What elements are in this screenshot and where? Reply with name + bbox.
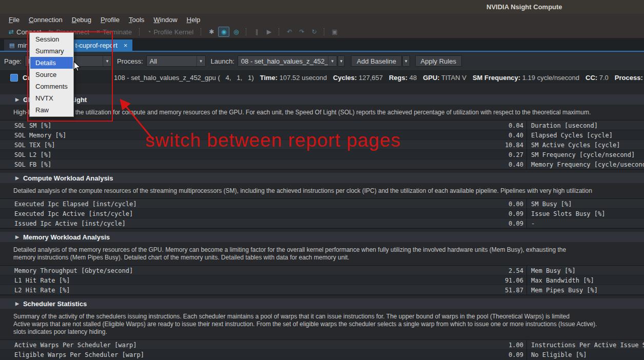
launch-dropdown-button[interactable]: ▾	[338, 55, 345, 67]
next-trigger-icon[interactable]: ▣	[329, 27, 340, 37]
menu-item-session[interactable]: Session	[30, 33, 73, 45]
chevron-down-icon[interactable]: ▾	[328, 56, 337, 66]
kernel-stat-value: 127,657	[359, 74, 383, 82]
kernel-stat: Regs: 48	[389, 74, 417, 82]
metrics-table: SOL SM [%]0.04Duration [usecond]SOL Memo…	[0, 120, 644, 170]
metric-sections-icon[interactable]: ✱	[206, 27, 217, 37]
step-forward-icon[interactable]: ↻	[308, 27, 320, 37]
metric-name: Active Warps Per Scheduler [warp]	[0, 342, 136, 349]
kernel-name: 108 - set_halo_values_z_452_gpu ( 4, 1, …	[114, 74, 253, 82]
metric-name: SOL Memory [%]	[0, 132, 66, 139]
metric-name-right: Duration [usecond]	[527, 122, 644, 129]
table-row: Executed Ipc Elapsed [inst/cycle]0.00SM …	[0, 199, 644, 209]
kernel-select-checkbox[interactable]	[10, 74, 18, 82]
metric-value: 0.09	[509, 351, 526, 358]
toolbar-button-label: Terminate	[103, 28, 132, 36]
description-line: Summary of the activity of the scheduler…	[13, 313, 644, 321]
menu-help[interactable]: Help	[182, 14, 205, 25]
tab-label: min	[17, 42, 28, 49]
process-combo[interactable]: All ▾	[146, 55, 206, 67]
table-row: Issued Ipc Active [inst/cycle]0.09-	[0, 218, 644, 228]
table-row: SOL L2 [%]0.27SM Frequency [cycle/nsecon…	[0, 150, 644, 159]
menu-tools[interactable]: Tools	[124, 14, 149, 25]
metric-cell-left: SOL Memory [%]0.40	[0, 130, 527, 140]
menu-item-raw[interactable]: Raw	[30, 104, 73, 116]
metrics-table: Memory Throughput [Gbyte/second]2.54Mem …	[0, 265, 644, 295]
add-baseline-dropdown-button[interactable]: ▾	[402, 55, 410, 67]
window-title: NVIDIA Nsight Compute	[486, 3, 562, 11]
menu-debug[interactable]: Debug	[67, 14, 96, 25]
menubar: FileConnectionDebugProfileToolsWindowHel…	[0, 14, 644, 26]
profile-kernel-button[interactable]: ◔Profile Kernel	[144, 27, 197, 37]
metric-value: 0.40	[509, 161, 526, 168]
terminate-button[interactable]: ×Terminate	[93, 27, 135, 37]
menu-mnemonic: T	[129, 16, 132, 24]
section-description: Detailed analysis of the memory resource…	[13, 246, 644, 262]
toolbar-separator	[201, 28, 202, 35]
chevron-down-icon[interactable]: ▾	[103, 56, 111, 66]
menu-connection[interactable]: Connection	[24, 14, 67, 25]
step-over-icon[interactable]: ↷	[296, 27, 307, 37]
section-description: High-level overview of the utilization f…	[13, 109, 644, 116]
menu-item-details[interactable]: Details	[30, 57, 73, 69]
menu-mnemonic: H	[187, 16, 191, 24]
menu-item-summary[interactable]: Summary	[30, 45, 73, 57]
description-line: Detailed analysis of the compute resourc…	[13, 187, 644, 195]
titlebar: NVIDIA Nsight Compute	[0, 0, 644, 14]
metric-name-right: SM Busy [%]	[527, 201, 644, 208]
menu-profile[interactable]: Profile	[96, 14, 124, 25]
metric-cell-left: Active Warps Per Scheduler [warp]1.00	[0, 340, 527, 350]
apply-rules-button[interactable]: Apply Rules	[415, 55, 462, 67]
report-tab-icon: ▤	[9, 43, 14, 48]
chevron-down-icon[interactable]: ▾	[197, 56, 205, 66]
table-row: Executed Ipc Active [inst/cycle]0.09Issu…	[0, 209, 644, 218]
toolbar-separator	[279, 28, 280, 35]
tab-label: t-cuprof-report	[75, 42, 117, 49]
table-row: SOL SM [%]0.04Duration [usecond]	[0, 121, 644, 130]
add-baseline-button[interactable]: Add Baseline	[351, 55, 402, 67]
auto-profile-icon[interactable]: ◉	[218, 27, 229, 37]
section-header-memory-workload-analysis[interactable]: ▶Memory Workload Analysis	[0, 232, 644, 242]
profile-series-icon[interactable]: ◎	[230, 27, 242, 37]
expander-icon: ▶	[15, 175, 19, 181]
toolbar-button-label: Profile Kernel	[153, 28, 193, 36]
expander-icon: ▶	[15, 234, 19, 239]
menu-item-source[interactable]: Source	[30, 69, 73, 81]
table-row: Eligible Warps Per Scheduler [warp]0.09N…	[0, 350, 644, 359]
metric-value: 0.09	[509, 220, 526, 227]
pause-icon[interactable]: ∥	[251, 27, 262, 37]
page-dropdown-menu: SessionSummaryDetailsSourceCommentsNVTXR…	[29, 32, 74, 117]
section-header-scheduler-statistics[interactable]: ▶Scheduler Statistics	[0, 298, 644, 309]
description-line: Detailed analysis of the memory resource…	[13, 246, 644, 254]
metric-name: Executed Ipc Active [inst/cycle]	[0, 210, 133, 217]
close-tab-icon[interactable]: ×	[124, 42, 128, 49]
kernel-stat: CC: 7.0	[586, 74, 609, 82]
section-header-compute-workload-analysis[interactable]: ▶Compute Workload Analysis	[0, 173, 644, 183]
kernel-stat-label: CC:	[586, 74, 597, 82]
table-row: SOL FB [%]0.40Memory Frequency [cycle/us…	[0, 159, 644, 169]
metric-name-right: Memory Frequency [cycle/usecond]	[527, 161, 644, 168]
section-description: Summary of the activity of the scheduler…	[13, 313, 644, 336]
launch-combo[interactable]: 08 - set_halo_values_z_452_gpu ▾	[238, 55, 337, 67]
launch-label: Launch:	[211, 57, 235, 65]
metric-name-right: -	[527, 220, 644, 227]
menu-item-nvtx[interactable]: NVTX	[30, 92, 73, 104]
metric-name-right: Mem Busy [%]	[527, 267, 644, 274]
menu-item-comments[interactable]: Comments	[30, 81, 73, 92]
table-row: Memory Throughput [Gbyte/second]2.54Mem …	[0, 266, 644, 275]
details-report-page: ▶GPU Speed Of LightHigh-level overview o…	[0, 84, 644, 360]
kernel-stat-value: 1.19 cycle/nsecond	[522, 74, 579, 82]
menu-file[interactable]: File	[4, 14, 24, 25]
metric-cell-left: SOL L2 [%]0.27	[0, 150, 527, 159]
section-header-gpu-speed-of-light[interactable]: ▶GPU Speed Of Light	[0, 94, 644, 105]
table-row: SOL TEX [%]10.84SM Active Cycles [cycle]	[0, 140, 644, 150]
kernel-stats: Time: 107.52 usecondCycles: 127,657Regs:…	[260, 74, 644, 82]
menu-window[interactable]: Window	[149, 14, 182, 25]
resume-icon[interactable]: ▶	[263, 27, 275, 37]
kernel-stat: Process:	[615, 74, 644, 82]
kernel-stat-value: 7.0	[599, 74, 609, 82]
step-back-icon[interactable]: ↶	[284, 27, 295, 37]
terminate-icon: ×	[96, 29, 100, 35]
menu-mnemonic: C	[29, 16, 33, 24]
metric-cell-left: Executed Ipc Active [inst/cycle]0.09	[0, 209, 527, 218]
